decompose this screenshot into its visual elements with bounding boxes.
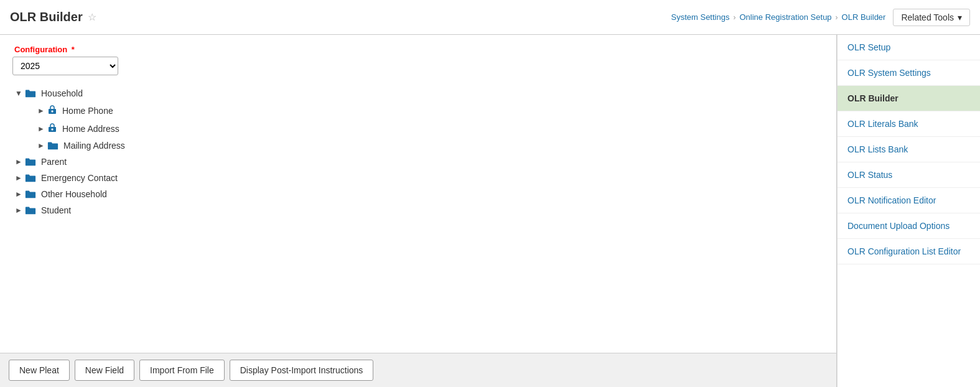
lock-icon-home-address	[47, 123, 60, 134]
breadcrumb-system-settings[interactable]: System Settings	[671, 12, 730, 22]
tree-row-home-address[interactable]: Home Address	[35, 119, 824, 138]
tree-node-student: Student	[12, 202, 824, 218]
breadcrumb-sep-2: ›	[836, 13, 838, 22]
breadcrumb-online-reg[interactable]: Online Registration Setup	[739, 12, 831, 22]
tree-label-other-household: Other Household	[41, 189, 107, 199]
toggle-parent[interactable]	[15, 157, 25, 166]
chevron-down-icon: ▾	[958, 12, 962, 22]
main-layout: Configuration * 2025 2024 2023	[0, 35, 980, 387]
sidebar-item-olr-builder[interactable]: OLR Builder	[838, 86, 980, 111]
tree-row-mailing-address[interactable]: Mailing Address	[35, 138, 824, 154]
breadcrumb-sep-1: ›	[733, 13, 735, 22]
page-title: OLR Builder	[10, 10, 83, 24]
folder-icon-student	[25, 205, 37, 215]
tree-label-emergency-contact: Emergency Contact	[41, 173, 118, 183]
lock-icon-home-phone	[47, 105, 60, 116]
sidebar-item-olr-lists-bank[interactable]: OLR Lists Bank	[838, 137, 980, 162]
sidebar-item-olr-status[interactable]: OLR Status	[838, 162, 980, 188]
sidebar-item-olr-notification-editor[interactable]: OLR Notification Editor	[838, 188, 980, 213]
breadcrumb: System Settings › Online Registration Se…	[671, 12, 886, 22]
sidebar-item-olr-setup[interactable]: OLR Setup	[838, 35, 980, 60]
sidebar-item-olr-config-list-editor[interactable]: OLR Configuration List Editor	[838, 239, 980, 264]
tree-node-mailing-address: Mailing Address	[35, 138, 824, 154]
content-area: Configuration * 2025 2024 2023	[0, 35, 837, 387]
sidebar-item-olr-literals-bank[interactable]: OLR Literals Bank	[838, 111, 980, 137]
new-pleat-button[interactable]: New Pleat	[9, 360, 70, 381]
tree-node-other-household: Other Household	[12, 186, 824, 202]
tree-row-emergency-contact[interactable]: Emergency Contact	[12, 170, 824, 186]
top-bar-left: OLR Builder ☆	[10, 10, 96, 24]
tree-row-other-household[interactable]: Other Household	[12, 186, 824, 202]
display-post-import-button[interactable]: Display Post-Import Instructions	[230, 360, 374, 381]
tree-row-student[interactable]: Student	[12, 202, 824, 218]
toggle-student[interactable]	[15, 206, 25, 215]
toggle-emergency-contact[interactable]	[15, 174, 25, 182]
related-tools-label: Related Tools	[901, 12, 954, 22]
tree-children-household: Home Phone	[12, 101, 824, 154]
top-bar: OLR Builder ☆ System Settings › Online R…	[0, 0, 980, 35]
svg-rect-3	[52, 129, 54, 131]
tree-label-home-address: Home Address	[62, 124, 119, 134]
folder-icon-parent	[25, 157, 37, 167]
configuration-section: Configuration * 2025 2024 2023	[12, 45, 824, 75]
svg-rect-1	[52, 111, 54, 113]
toggle-home-address[interactable]	[37, 124, 47, 133]
configuration-select[interactable]: 2025 2024 2023	[12, 57, 118, 75]
new-field-button[interactable]: New Field	[75, 360, 134, 381]
toggle-other-household[interactable]	[15, 190, 25, 198]
folder-icon-mailing-address	[47, 141, 60, 151]
related-tools-button[interactable]: Related Tools ▾	[893, 9, 970, 26]
configuration-label: Configuration *	[12, 45, 824, 54]
right-sidebar: OLR Setup OLR System Settings OLR Builde…	[837, 35, 980, 387]
bottom-bar: New Pleat New Field Import From File Dis…	[0, 353, 836, 387]
tree: Household	[12, 85, 824, 218]
sidebar-item-olr-system-settings[interactable]: OLR System Settings	[838, 60, 980, 86]
sidebar-item-document-upload-options[interactable]: Document Upload Options	[838, 213, 980, 239]
star-icon[interactable]: ☆	[88, 11, 96, 23]
tree-label-student: Student	[41, 205, 71, 215]
import-from-file-button[interactable]: Import From File	[139, 360, 225, 381]
tree-label-household: Household	[41, 88, 83, 98]
tree-label-parent: Parent	[41, 157, 67, 167]
folder-icon-other-household	[25, 189, 37, 199]
tree-label-mailing-address: Mailing Address	[63, 141, 125, 151]
tree-node-household: Household	[12, 85, 824, 154]
toggle-home-phone[interactable]	[37, 106, 47, 115]
tree-node-emergency-contact: Emergency Contact	[12, 170, 824, 186]
folder-icon-household	[25, 88, 37, 98]
scroll-container[interactable]: Configuration * 2025 2024 2023	[0, 35, 836, 353]
toggle-household[interactable]	[15, 89, 25, 98]
required-star: *	[69, 45, 75, 54]
tree-node-home-phone: Home Phone	[35, 101, 824, 119]
tree-label-home-phone: Home Phone	[62, 106, 113, 116]
folder-icon-emergency-contact	[25, 173, 37, 183]
tree-node-home-address: Home Address	[35, 119, 824, 138]
tree-row-household[interactable]: Household	[12, 85, 824, 101]
breadcrumb-current: OLR Builder	[842, 12, 886, 22]
tree-node-parent: Parent	[12, 154, 824, 170]
tree-row-parent[interactable]: Parent	[12, 154, 824, 170]
toggle-mailing-address[interactable]	[37, 141, 47, 150]
tree-row-home-phone[interactable]: Home Phone	[35, 101, 824, 119]
